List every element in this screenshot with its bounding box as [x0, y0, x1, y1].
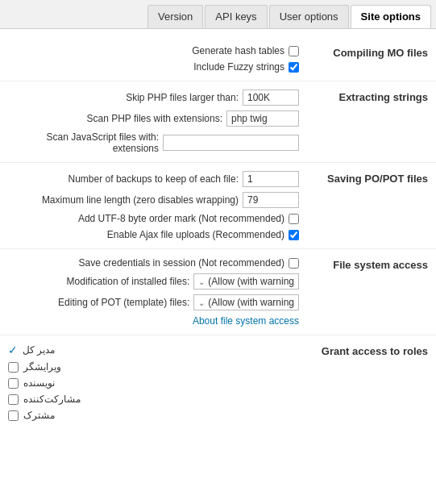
ajax-uploads-checkbox[interactable]	[289, 230, 299, 240]
max-line-len-row: (Maximum line length (zero disables wrap…	[8, 192, 299, 208]
role-author-checkbox[interactable]	[8, 378, 19, 389]
file-system-title: File system access	[307, 257, 428, 327]
scan-php-ext-label: :Scan PHP files with extensions	[86, 113, 222, 124]
editing-pot-chevron-icon: ⌄	[198, 298, 205, 307]
role-contributor-checkbox[interactable]	[8, 394, 19, 405]
role-subscriber-label: مشترک	[23, 410, 55, 421]
tab-user-options[interactable]: User options	[269, 5, 349, 28]
role-mudir-kull-label: مدیر کل	[23, 344, 55, 356]
scan-js-ext-row: :Scan JavaScript files with extensions	[8, 131, 299, 154]
modification-row: :Modification of installed files ⌄ (Allo…	[8, 273, 299, 289]
scan-php-ext-row: :Scan PHP files with extensions	[8, 110, 299, 127]
about-filesystem-link[interactable]: About file system access	[193, 315, 299, 327]
compiling-mo-title: Compiling MO files	[307, 45, 428, 73]
role-contributor-label: مشارکت‌کننده	[23, 394, 81, 405]
max-line-len-input[interactable]	[243, 192, 299, 208]
tab-version[interactable]: Version	[147, 5, 203, 28]
role-editor-label: ویرایشگر	[23, 361, 61, 373]
include-fuzzy-label: Include Fuzzy strings	[193, 61, 284, 73]
grant-access-fields: مدیر کل ✓ ویرایشگر نویسنده مشارکت‌کننده …	[8, 344, 307, 421]
include-fuzzy-row: Include Fuzzy strings	[8, 61, 299, 73]
num-backups-label: :Number of backups to keep of each file	[69, 173, 239, 185]
tab-api-keys[interactable]: API keys	[205, 5, 267, 28]
section-compiling-mo: Generate hash tables Include Fuzzy strin…	[0, 37, 436, 81]
num-backups-row: :Number of backups to keep of each file	[8, 171, 299, 187]
role-mudir-kull-row: مدیر کل ✓	[8, 344, 299, 356]
saving-po-pot-fields: :Number of backups to keep of each file …	[8, 171, 307, 240]
grant-access-title: Grant access to roles	[307, 344, 428, 421]
modification-chevron-icon: ⌄	[198, 277, 205, 286]
skip-php-input[interactable]	[243, 90, 299, 106]
role-author-label: نویسنده	[23, 377, 55, 389]
generate-hash-label: Generate hash tables	[192, 45, 284, 56]
scan-js-ext-input[interactable]	[163, 135, 299, 151]
editing-pot-select-value: (Allow (with warning	[208, 297, 294, 308]
modification-select[interactable]: ⌄ (Allow (with warning	[193, 273, 299, 289]
role-author-row: نویسنده	[8, 377, 299, 389]
compiling-mo-fields: Generate hash tables Include Fuzzy strin…	[8, 45, 307, 73]
role-contributor-row: مشارکت‌کننده	[8, 394, 299, 405]
utf8-bom-checkbox[interactable]	[289, 214, 299, 224]
save-credentials-row: (Save credentials in session (Not recomm…	[8, 257, 299, 269]
section-file-system: (Save credentials in session (Not recomm…	[0, 249, 436, 335]
role-editor-checkbox[interactable]	[8, 362, 19, 373]
include-fuzzy-checkbox[interactable]	[289, 62, 299, 73]
ajax-uploads-row: (Enable Ajax file uploads (Recommended	[8, 229, 299, 240]
scan-php-ext-input[interactable]	[226, 110, 299, 127]
role-subscriber-row: مشترک	[8, 410, 299, 421]
utf8-bom-row: (Add UTF-8 byte order mark (Not recommen…	[8, 213, 299, 224]
generate-hash-row: Generate hash tables	[8, 45, 299, 56]
generate-hash-checkbox[interactable]	[289, 46, 299, 56]
skip-php-row: :Skip PHP files larger than	[8, 90, 299, 106]
editing-pot-label: :Editing of POT (template) files	[58, 297, 189, 308]
modification-label: :Modification of installed files	[67, 276, 190, 287]
role-mudir-kull-checkmark-icon: ✓	[8, 344, 18, 356]
extracting-strings-fields: :Skip PHP files larger than :Scan PHP fi…	[8, 90, 307, 154]
section-extracting-strings: :Skip PHP files larger than :Scan PHP fi…	[0, 81, 436, 163]
saving-po-pot-title: Saving PO/POT files	[307, 171, 428, 240]
num-backups-input[interactable]	[243, 171, 299, 187]
max-line-len-label: (Maximum line length (zero disables wrap…	[42, 194, 239, 206]
editing-pot-row: :Editing of POT (template) files ⌄ (Allo…	[8, 294, 299, 310]
role-subscriber-checkbox[interactable]	[8, 410, 19, 421]
editing-pot-select[interactable]: ⌄ (Allow (with warning	[193, 294, 299, 310]
file-system-fields: (Save credentials in session (Not recomm…	[8, 257, 307, 327]
save-credentials-checkbox[interactable]	[289, 258, 299, 269]
modification-select-value: (Allow (with warning	[208, 276, 294, 287]
section-saving-po-pot: :Number of backups to keep of each file …	[0, 163, 436, 249]
extracting-strings-title: Extracting strings	[307, 90, 428, 154]
role-editor-row: ویرایشگر	[8, 361, 299, 373]
main-content: Generate hash tables Include Fuzzy strin…	[0, 29, 436, 437]
skip-php-label: :Skip PHP files larger than	[126, 92, 239, 103]
about-link-row: About file system access	[8, 315, 299, 327]
tab-bar: Version API keys User options Site optio…	[0, 0, 436, 29]
utf8-bom-label: (Add UTF-8 byte order mark (Not recommen…	[78, 213, 284, 224]
scan-js-ext-label: :Scan JavaScript files with extensions	[8, 131, 159, 154]
section-grant-access: مدیر کل ✓ ویرایشگر نویسنده مشارکت‌کننده …	[0, 335, 436, 429]
save-credentials-label: (Save credentials in session (Not recomm…	[79, 257, 284, 269]
ajax-uploads-label: (Enable Ajax file uploads (Recommended	[107, 229, 284, 240]
tab-site-options[interactable]: Site options	[351, 5, 431, 28]
